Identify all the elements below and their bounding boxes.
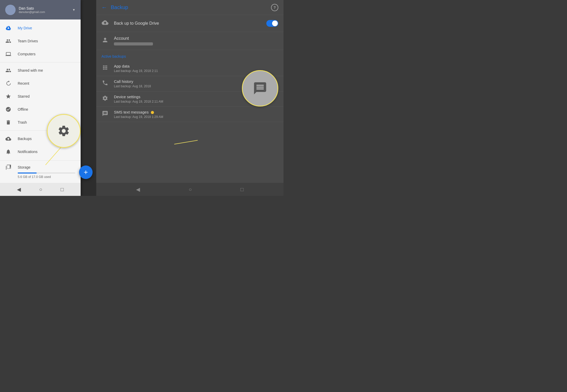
drawer-user-name: Dan Sato [19, 6, 69, 10]
gear-annotation-icon [57, 124, 70, 137]
storage-icon [5, 164, 11, 170]
home-nav-icon[interactable]: ○ [39, 187, 42, 192]
account-info: Account [114, 36, 278, 45]
storage-label: Storage [5, 164, 75, 170]
account-row: Account [96, 32, 283, 50]
backup-toggle[interactable] [266, 20, 278, 27]
active-backups-header: Active backups [96, 50, 283, 61]
sms-annotation-icon [253, 81, 267, 96]
toggle-thumb [272, 21, 278, 26]
bottom-nav-left: ◀ ○ □ [0, 183, 81, 196]
app-data-icon [101, 64, 109, 72]
backup-item-sms: SMS text messages Last backup: Aug 19, 2… [96, 107, 283, 122]
storage-section: Storage 5.6 GB of 17.0 GB used [0, 160, 81, 183]
home-nav-right-icon[interactable]: ○ [189, 187, 192, 192]
sidebar-item-label-offline: Offline [18, 107, 28, 111]
team-drives-icon [5, 38, 11, 44]
account-icon [101, 37, 109, 45]
fab-add-button[interactable]: + [79, 165, 93, 179]
sidebar-item-team-drives[interactable]: Team Drives [0, 35, 81, 48]
sidebar-item-shared-with-me[interactable]: Shared with me [0, 64, 81, 77]
sidebar-item-starred[interactable]: Starred [0, 90, 81, 103]
storage-text-label: Storage [18, 165, 30, 169]
drive-icon [5, 25, 11, 31]
sms-name: SMS text messages [114, 110, 278, 114]
app-data-name: App data [114, 64, 278, 68]
sms-icon [101, 110, 109, 118]
drawer-header: Dan Sato danutan@gmail.com ▼ [0, 0, 81, 19]
drawer: Dan Sato danutan@gmail.com ▼ My Drive [0, 0, 81, 196]
sidebar-item-my-drive[interactable]: My Drive [0, 22, 81, 35]
account-email-blurred [114, 42, 153, 45]
computers-icon [5, 51, 11, 57]
account-label-text: Account [114, 36, 278, 41]
sidebar-item-label-my-drive: My Drive [18, 26, 32, 30]
shared-icon [5, 67, 11, 74]
sidebar-item-label-backups: Backups [18, 137, 32, 141]
left-panel: Dan Sato danutan@gmail.com ▼ My Drive [0, 0, 96, 196]
back-arrow-button[interactable]: ← [101, 4, 107, 11]
starred-icon [5, 93, 11, 99]
device-settings-icon [101, 95, 109, 103]
backup-page-title: Backup [111, 4, 267, 10]
drawer-user-info: Dan Sato danutan@gmail.com [19, 6, 69, 14]
right-panel: ← Backup ? Back up to Google Drive [96, 0, 283, 196]
sidebar-item-notifications[interactable]: Notifications [0, 145, 81, 158]
help-circle-button[interactable]: ? [271, 4, 278, 11]
active-backups-label: Active backups [101, 54, 126, 58]
backup-toggle-row: Back up to Google Drive [96, 15, 283, 32]
storage-bar-container [18, 172, 75, 174]
storage-bar-fill [18, 172, 37, 174]
recents-nav-right-icon[interactable]: □ [240, 187, 243, 192]
sidebar-item-offline[interactable]: Offline [0, 103, 81, 116]
sms-annotation-circle [242, 70, 278, 107]
call-history-icon [101, 80, 109, 88]
sms-yellow-dot [151, 111, 154, 114]
sidebar-item-label-shared: Shared with me [18, 68, 43, 72]
divider-1 [0, 62, 81, 62]
sidebar-item-label-starred: Starred [18, 94, 30, 98]
backup-to-drive-label: Back up to Google Drive [114, 21, 261, 26]
sidebar-item-settings[interactable]: Settings [0, 158, 81, 160]
backups-icon [5, 136, 11, 142]
drawer-dropdown-arrow[interactable]: ▼ [72, 8, 75, 12]
storage-used-text: 5.6 GB of 17.0 GB used [18, 175, 75, 179]
sidebar-item-recent[interactable]: Recent [0, 77, 81, 90]
recent-icon [5, 80, 11, 87]
back-nav-icon[interactable]: ◀ [17, 186, 21, 192]
sms-info: SMS text messages Last backup: Aug 19, 2… [114, 110, 278, 119]
sidebar-item-label-team-drives: Team Drives [18, 39, 38, 43]
gear-annotation-circle [47, 114, 81, 148]
bottom-nav-right: ◀ ○ □ [96, 183, 283, 196]
sidebar-item-label-notifications: Notifications [18, 150, 37, 154]
cloud-backup-icon [101, 19, 109, 28]
sidebar-item-computers[interactable]: Computers [0, 48, 81, 61]
backup-header: ← Backup ? [96, 0, 283, 15]
back-nav-right-icon[interactable]: ◀ [136, 186, 140, 192]
notifications-icon [5, 149, 11, 155]
sidebar-item-label-recent: Recent [18, 81, 29, 85]
offline-icon [5, 106, 11, 112]
drawer-avatar [5, 5, 16, 15]
sidebar-item-label-computers: Computers [18, 52, 35, 56]
recents-nav-icon[interactable]: □ [61, 187, 64, 192]
trash-icon [5, 119, 11, 125]
sms-date: Last backup: Aug 19, 2018 1:29 AM [114, 115, 278, 119]
drawer-user-email: danutan@gmail.com [19, 10, 69, 14]
sidebar-item-label-trash: Trash [18, 120, 27, 124]
